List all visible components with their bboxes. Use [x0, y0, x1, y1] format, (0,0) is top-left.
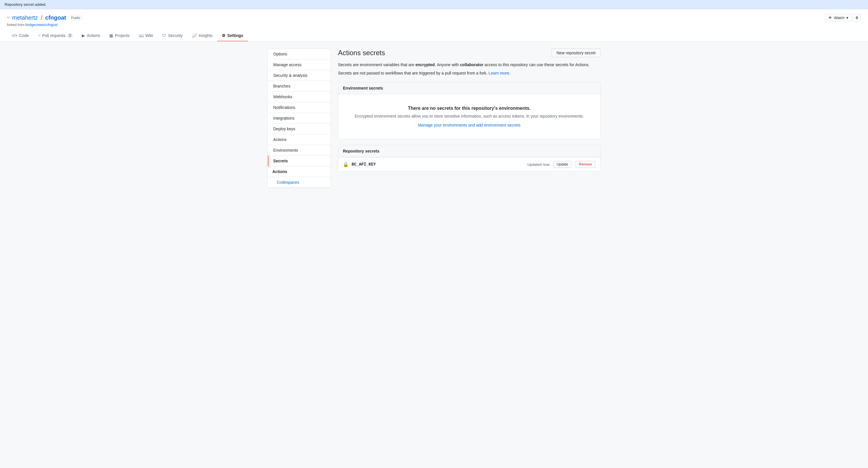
sidebar-wrapper: Options Manage access Security & analysi…	[268, 48, 331, 188]
forked-from: forked from bridgecrewio/cfngoat	[7, 23, 861, 27]
sidebar-item-notifications[interactable]: Notifications	[268, 102, 331, 113]
security-icon: 🛡	[162, 33, 166, 38]
sidebar-item-secrets[interactable]: Secrets	[268, 156, 331, 166]
tab-security[interactable]: 🛡 Security	[158, 30, 187, 41]
learn-more-link[interactable]: Learn more	[489, 71, 509, 75]
sidebar-item-integrations[interactable]: Integrations	[268, 113, 331, 124]
description-encrypted: Secrets are environment variables that a…	[338, 62, 600, 68]
repo-secrets-section: Repository secrets 🔒 BC_API_KEY Updated …	[338, 145, 600, 172]
sidebar-item-deploy-keys[interactable]: Deploy keys	[268, 124, 331, 134]
tab-settings[interactable]: ⚙ Settings	[217, 30, 248, 41]
chevron-down-icon: ▾	[846, 15, 848, 20]
tab-pull-requests[interactable]: ⑂ Pull requests 3	[34, 30, 78, 41]
tab-insights-label: Insights	[199, 33, 213, 38]
sidebar-sub-section-label: Actions	[268, 166, 331, 177]
notification-bar: Repository secret added.	[0, 0, 868, 9]
pull-requests-badge: 3	[67, 33, 73, 38]
forked-label: forked from	[7, 23, 25, 27]
manage-environments-link[interactable]: Manage your environments and add environ…	[418, 123, 521, 127]
sidebar-item-webhooks[interactable]: Webhooks	[268, 92, 331, 102]
eye-icon: 👁	[828, 15, 832, 20]
env-secrets-empty-state: There are no secrets for this repository…	[338, 94, 600, 139]
remove-secret-button[interactable]: Remove	[575, 161, 596, 168]
settings-icon: ⚙	[222, 33, 225, 38]
sidebar-item-manage-access[interactable]: Manage access	[268, 60, 331, 70]
watch-area: 👁 Watch ▾ 0	[825, 14, 861, 22]
sidebar-item-codespaces[interactable]: Codespaces	[268, 177, 331, 188]
wiki-icon: 📖	[139, 33, 144, 38]
tab-actions-label: Actions	[87, 33, 100, 38]
main-nav: </> Code ⑂ Pull requests 3 ▶ Actions ▦ P…	[7, 30, 861, 41]
sidebar: Options Manage access Security & analysi…	[268, 48, 331, 188]
code-icon: </>	[11, 33, 17, 38]
repo-title-left: ⑂ metahertz / cfngoat Public	[7, 14, 83, 21]
environment-secrets-section: Environment secrets There are no secrets…	[338, 82, 600, 139]
update-secret-button[interactable]: Update	[553, 161, 572, 168]
secret-row-bc-api-key: 🔒 BC_API_KEY Updated now Update Remove	[338, 157, 600, 171]
repo-title-row: ⑂ metahertz / cfngoat Public 👁 Watch ▾ 0	[7, 14, 861, 22]
bold-collaborator: collaborator	[460, 62, 484, 67]
bold-encrypted: encrypted	[415, 62, 435, 67]
lock-icon: 🔒	[343, 162, 349, 167]
env-secrets-empty-desc: Encrypted environment secrets allow you …	[344, 113, 594, 119]
sidebar-item-actions[interactable]: Actions	[268, 134, 331, 145]
secret-left: 🔒 BC_API_KEY	[343, 162, 376, 167]
nav-tabs: </> Code ⑂ Pull requests 3 ▶ Actions ▦ P…	[7, 30, 861, 41]
insights-icon: 📈	[192, 33, 197, 38]
sidebar-item-branches[interactable]: Branches	[268, 81, 331, 92]
tab-code[interactable]: </> Code	[7, 30, 34, 41]
watch-label: Watch	[834, 15, 844, 20]
tab-actions[interactable]: ▶ Actions	[77, 30, 105, 41]
sidebar-item-security-analysis[interactable]: Security & analysis	[268, 70, 331, 81]
content-area: Actions secrets New repository secret Se…	[338, 48, 600, 188]
tab-settings-label: Settings	[227, 33, 243, 38]
secret-right: Updated now Update Remove	[527, 161, 596, 168]
tab-wiki[interactable]: 📖 Wiki	[134, 30, 158, 41]
env-secrets-empty-title: There are no secrets for this repository…	[344, 106, 594, 111]
watch-button[interactable]: 👁 Watch ▾	[825, 14, 852, 22]
pull-request-icon: ⑂	[38, 33, 40, 38]
tab-wiki-label: Wiki	[146, 33, 153, 38]
notification-message: Repository secret added.	[5, 2, 46, 7]
repo-owner[interactable]: metahertz	[12, 14, 38, 21]
forked-from-link[interactable]: bridgecrewio/cfngoat	[26, 23, 58, 27]
tab-insights[interactable]: 📈 Insights	[187, 30, 217, 41]
description-fork-note: Secrets are not passed to workflows that…	[338, 70, 600, 76]
tab-security-label: Security	[168, 33, 183, 38]
page-title: Actions secrets	[338, 49, 385, 57]
tab-code-label: Code	[19, 33, 29, 38]
watch-count: 0	[853, 14, 861, 22]
repo-fork-icon: ⑂	[7, 15, 10, 21]
visibility-badge: Public	[68, 15, 83, 21]
repo-separator: /	[41, 14, 42, 21]
tab-projects-label: Projects	[115, 33, 129, 38]
repo-secrets-header: Repository secrets	[338, 145, 600, 157]
actions-icon: ▶	[82, 33, 85, 38]
tab-projects[interactable]: ▦ Projects	[105, 30, 134, 41]
new-repository-secret-button[interactable]: New repository secret	[552, 48, 600, 57]
repo-header: ⑂ metahertz / cfngoat Public 👁 Watch ▾ 0…	[0, 9, 868, 42]
secret-name: BC_API_KEY	[351, 162, 376, 167]
content-header: Actions secrets New repository secret	[338, 48, 600, 57]
secret-updated-time: Updated now	[527, 162, 550, 167]
projects-icon: ▦	[109, 33, 113, 38]
main-layout: Options Manage access Security & analysi…	[260, 48, 608, 188]
repo-name[interactable]: cfngoat	[45, 14, 66, 21]
sidebar-item-options[interactable]: Options	[268, 49, 331, 60]
sidebar-item-environments[interactable]: Environments	[268, 145, 331, 156]
tab-pull-requests-label: Pull requests	[42, 33, 66, 38]
env-secrets-header: Environment secrets	[338, 82, 600, 94]
